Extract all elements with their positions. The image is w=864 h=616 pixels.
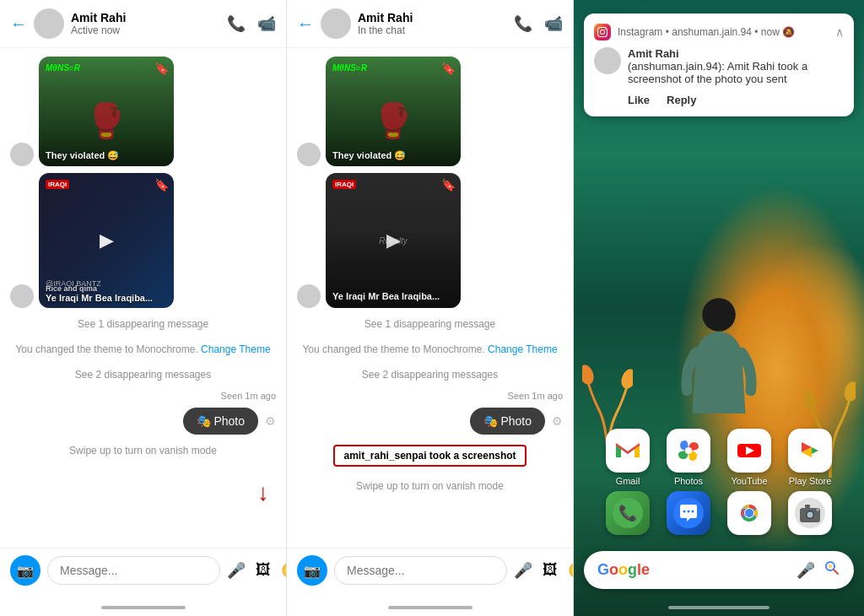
notif-actions: Like Reply <box>628 94 844 106</box>
video-icon[interactable]: 📹 <box>257 14 276 33</box>
like-button[interactable]: Like <box>628 94 650 106</box>
media-label-1: They violated 😅 <box>46 150 119 161</box>
notif-user-row: Amit Rahi (anshuman.jain.94): Amit Rahi … <box>594 47 844 85</box>
svg-point-22 <box>745 509 753 517</box>
settings-icon[interactable]: ⚙ <box>265 414 276 428</box>
app-row-2: 📞 <box>606 491 832 535</box>
camera-app[interactable] <box>788 491 832 535</box>
message-input[interactable] <box>47 556 220 585</box>
change-theme-link-2[interactable]: Change Theme <box>488 343 558 355</box>
chrome-app[interactable] <box>727 491 771 535</box>
monster-logo-2: MθNS≡R <box>332 63 367 73</box>
android-panel: ✦ ★ ✦ ✦ Instagram • anshuman.jain.94 • n… <box>574 0 864 616</box>
photo-bubble-2[interactable]: 🎭 Photo <box>470 408 545 435</box>
person-figure <box>668 292 770 447</box>
screenshot-text: took a screenshot <box>429 450 516 462</box>
notification-card[interactable]: Instagram • anshuman.jain.94 • now 🔕 ∧ A… <box>584 14 854 116</box>
reply-button[interactable]: Reply <box>667 94 696 106</box>
change-theme-link[interactable]: Change Theme <box>201 343 271 355</box>
bookmark-icon[interactable]: 🔖 <box>154 62 169 75</box>
messages-app[interactable] <box>667 491 710 535</box>
notif-header: Instagram • anshuman.jain.94 • now 🔕 ∧ <box>594 24 844 41</box>
playstore-label: Play Store <box>789 476 832 486</box>
media-message-2: IRAQI ▶ Rice and qima Ye Iraqi Mr Bea Ir… <box>10 173 276 308</box>
instagram-icon <box>594 24 611 41</box>
svg-point-4 <box>805 388 818 411</box>
notif-username: Amit Rahi <box>628 47 844 60</box>
camera-button-2[interactable]: 📷 <box>297 555 327 586</box>
bookmark-p2-1[interactable]: 🔖 <box>441 62 456 75</box>
photos-icon <box>667 429 710 473</box>
panel1-chat: ← Amit Rahi Active now 📞 📹 MθNS≡R They v… <box>0 0 287 616</box>
svg-point-3 <box>842 380 856 403</box>
settings-icon-2[interactable]: ⚙ <box>552 414 563 428</box>
sender-avatar-p2-2 <box>297 284 321 308</box>
call-icon-2[interactable]: 📞 <box>514 14 532 33</box>
google-logo: G o o g l e <box>597 561 650 579</box>
mic-icon[interactable]: 🎤 <box>227 561 246 580</box>
screenshot-box: amit_rahi_senpai took a screenshot <box>333 445 526 467</box>
back-button-2[interactable]: ← <box>297 14 314 34</box>
sticker-icon[interactable]: 🙂 <box>281 561 287 580</box>
video-icon-2[interactable]: 📹 <box>544 14 563 33</box>
messages-icon <box>667 491 710 535</box>
app-row-1: Gmail Photos <box>606 429 832 486</box>
gallery-icon[interactable]: 🖼 <box>256 561 271 580</box>
contact-name: Amit Rahi <box>71 11 220 24</box>
home-bar-2 <box>388 606 472 609</box>
monster-logo: MθNS≡R <box>46 63 80 73</box>
photo-bubble[interactable]: 🎭 Photo <box>183 408 258 435</box>
svg-point-7 <box>685 447 692 454</box>
iraqi-badge-2: IRAQI <box>332 180 356 189</box>
theme-changed-msg: You changed the theme to Monochrome. Cha… <box>10 340 276 359</box>
google-lens-icon[interactable] <box>824 559 840 581</box>
avatar <box>34 8 64 39</box>
call-icon[interactable]: 📞 <box>227 14 246 33</box>
notif-avatar <box>594 47 621 74</box>
playstore-app[interactable]: Play Store <box>788 429 832 486</box>
svg-rect-27 <box>805 505 810 508</box>
sender-avatar-2 <box>10 284 34 308</box>
svg-line-30 <box>834 570 838 574</box>
sender-avatar-p2 <box>297 143 321 166</box>
svg-point-1 <box>582 363 597 386</box>
back-button[interactable]: ← <box>10 14 27 34</box>
media-thumb-p2-2[interactable]: IRAQI ▶ Ye Iraqi Mr Bea Iraqiba... 🔖 Roy… <box>326 173 461 308</box>
media-thumb-p2-1[interactable]: MθNS≡R They violated 😅 🔖 🥊 <box>326 57 461 166</box>
media-thumb-1[interactable]: MθNS≡R They violated 😅 🔖 🥊 <box>39 57 174 166</box>
play-icon[interactable]: ▶ <box>100 230 114 251</box>
red-arrow-indicator: ↓ <box>257 479 269 506</box>
media-label-p2-2: Ye Iraqi Mr Bea Iraqiba... <box>332 291 440 301</box>
gmail-label: Gmail <box>616 476 640 486</box>
disappearing-msg-p2-1: See 1 disappearing message <box>297 315 563 333</box>
media-message-1: MθNS≡R They violated 😅 🔖 🥊 <box>10 57 276 166</box>
svg-text:📞: 📞 <box>618 504 638 522</box>
sticker-icon-2[interactable]: 🙂 <box>568 561 574 580</box>
bookmark-p2-2[interactable]: 🔖 <box>441 178 456 192</box>
disappearing-msg-1: See 1 disappearing message <box>10 315 276 333</box>
youtube-app[interactable]: YouTube <box>727 429 771 486</box>
panel1-header: ← Amit Rahi Active now 📞 📹 <box>0 0 286 48</box>
svg-point-26 <box>807 512 813 518</box>
bookmark-icon-2[interactable]: 🔖 <box>154 178 169 192</box>
contact-name-2: Amit Rahi <box>358 11 507 24</box>
mic-icon-2[interactable]: 🎤 <box>514 561 532 580</box>
phone-app[interactable]: 📞 <box>606 491 650 535</box>
vanish-mode-label: Swipe up to turn on vanish mode <box>10 441 276 460</box>
google-mic-icon[interactable]: 🎤 <box>796 561 815 580</box>
gallery-icon-2[interactable]: 🖼 <box>543 561 558 580</box>
panel2-header: ← Amit Rahi In the chat 📞 📹 <box>287 0 573 48</box>
android-home-indicator <box>574 606 864 609</box>
media-thumb-2[interactable]: IRAQI ▶ Rice and qima Ye Iraqi Mr Bea Ir… <box>39 173 174 308</box>
screenshot-user: amit_rahi_senpai <box>343 450 426 462</box>
chat-body-2: MθNS≡R They violated 😅 🔖 🥊 IRAQI ▶ Ye Ir… <box>287 48 573 548</box>
photos-app[interactable]: Photos <box>667 429 710 486</box>
message-input-2[interactable] <box>334 556 507 585</box>
input-bar-2: 📷 🎤 🖼 🙂 <box>287 548 573 599</box>
channel-label: @IRAQI BANTZ <box>46 279 101 288</box>
input-icons: 🎤 🖼 🙂 <box>227 561 287 580</box>
camera-button[interactable]: 📷 <box>10 555 40 586</box>
google-search-bar[interactable]: G o o g l e 🎤 <box>584 551 854 589</box>
notif-close-button[interactable]: ∧ <box>835 25 844 39</box>
gmail-app[interactable]: Gmail <box>606 429 650 486</box>
